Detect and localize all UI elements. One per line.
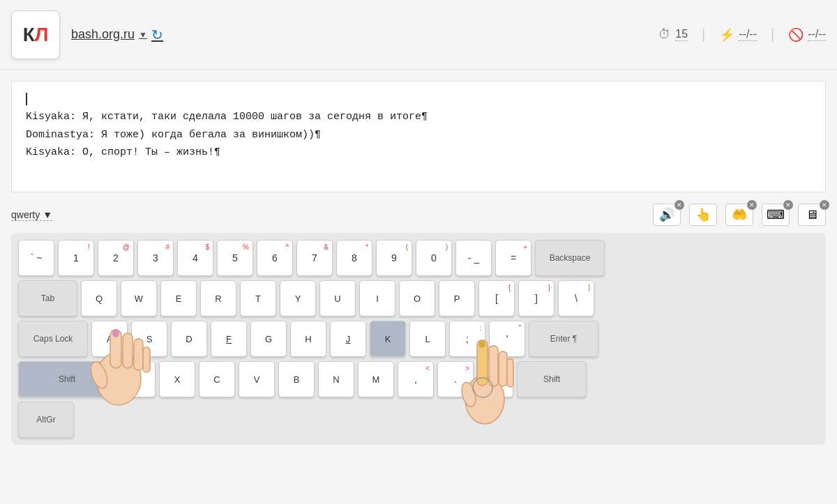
key-x[interactable]: X bbox=[159, 361, 195, 397]
cursor bbox=[26, 93, 811, 105]
key-3[interactable]: #3 bbox=[137, 240, 174, 276]
key-9[interactable]: (9 bbox=[376, 240, 412, 276]
key-c[interactable]: C bbox=[199, 361, 235, 397]
key-j[interactable]: J bbox=[330, 321, 366, 357]
key-d[interactable]: D bbox=[171, 321, 207, 357]
timer-icon: ⏱ bbox=[658, 27, 671, 42]
key-a[interactable]: A bbox=[91, 321, 128, 357]
key-enter[interactable]: Enter ¶ bbox=[529, 321, 598, 357]
keyboard-toolbar: qwerty ▼ 🔊 ✕ 👆 🤲 ✕ ⌨ ✕ 🖥 ✕ bbox=[11, 204, 826, 226]
error-icon: 🚫 bbox=[788, 27, 804, 43]
text-line-3: Kisyaka: О, спорт! Ты – жизнь!¶ bbox=[26, 144, 811, 162]
stat-speed: ⚡ --/-- bbox=[719, 27, 757, 43]
speed-icon: ⚡ bbox=[719, 27, 734, 43]
key-q[interactable]: Q bbox=[81, 280, 117, 316]
key-shift-right[interactable]: Shift bbox=[517, 361, 587, 397]
key-quote[interactable]: "' bbox=[489, 321, 525, 357]
key-rbracket[interactable]: }] bbox=[518, 280, 555, 316]
key-n[interactable]: N bbox=[318, 361, 354, 397]
hands-icon: 🤲 bbox=[732, 207, 747, 222]
key-capslock[interactable]: Caps Lock bbox=[18, 321, 88, 357]
stat-timer: ⏱ 15 bbox=[658, 27, 688, 42]
layout-selector[interactable]: qwerty ▼ bbox=[11, 209, 52, 221]
key-l[interactable]: L bbox=[409, 321, 446, 357]
layout-dropdown-arrow[interactable]: ▼ bbox=[43, 209, 52, 220]
key-2[interactable]: @2 bbox=[98, 240, 134, 276]
key-7[interactable]: &7 bbox=[296, 240, 333, 276]
speed-value: --/-- bbox=[739, 28, 757, 41]
key-row-qwerty: Tab Q W E R T Y U I O P {[ }] |\ bbox=[18, 280, 819, 316]
key-altgr[interactable]: AltGr bbox=[18, 402, 74, 438]
key-backtick[interactable]: ` ~ bbox=[18, 240, 54, 276]
key-8[interactable]: *8 bbox=[336, 240, 372, 276]
key-t[interactable]: T bbox=[240, 280, 276, 316]
speaker-icon: 🔊 bbox=[659, 207, 674, 222]
key-4[interactable]: $4 bbox=[177, 240, 213, 276]
key-period[interactable]: >. bbox=[437, 361, 474, 397]
error-value: --/-- bbox=[808, 28, 826, 41]
screen-icon: 🖥 bbox=[806, 208, 818, 222]
key-i[interactable]: I bbox=[359, 280, 395, 316]
key-row-asdf: Caps Lock A S D F G H J K L :; "' Enter … bbox=[18, 321, 819, 357]
speaker-close[interactable]: ✕ bbox=[674, 200, 684, 210]
keyboard-icon: ⌨ bbox=[767, 207, 785, 222]
stat-errors: 🚫 --/-- bbox=[788, 27, 826, 43]
key-6[interactable]: ^6 bbox=[257, 240, 293, 276]
key-v[interactable]: V bbox=[239, 361, 275, 397]
key-r[interactable]: R bbox=[200, 280, 236, 316]
key-h[interactable]: H bbox=[290, 321, 326, 357]
key-0[interactable]: )0 bbox=[416, 240, 452, 276]
text-line-2: Dominastya: Я тоже) когда бегала за вини… bbox=[26, 126, 811, 144]
key-minus[interactable]: - _ bbox=[455, 240, 492, 276]
key-w[interactable]: W bbox=[121, 280, 157, 316]
speaker-toggle[interactable]: 🔊 ✕ bbox=[653, 204, 681, 226]
keyboard-toggle[interactable]: ⌨ ✕ bbox=[762, 204, 790, 226]
key-g[interactable]: G bbox=[250, 321, 287, 357]
key-u[interactable]: U bbox=[319, 280, 356, 316]
key-shift-left[interactable]: Shift bbox=[18, 361, 116, 397]
key-f[interactable]: F bbox=[211, 321, 247, 357]
screen-close[interactable]: ✕ bbox=[820, 200, 829, 210]
timer-value: 15 bbox=[675, 28, 688, 41]
key-row-numbers: ` ~ !1 @2 #3 $4 %5 ^6 &7 *8 (9 )0 - _ +=… bbox=[18, 240, 819, 276]
key-k[interactable]: K bbox=[370, 321, 406, 357]
key-backspace[interactable]: Backspace bbox=[535, 240, 605, 276]
key-backslash[interactable]: |\ bbox=[558, 280, 594, 316]
key-comma[interactable]: <, bbox=[398, 361, 434, 397]
stat-divider-1: | bbox=[702, 26, 705, 43]
l-letter: Л bbox=[35, 24, 49, 46]
key-lbracket[interactable]: {[ bbox=[478, 280, 515, 316]
key-s[interactable]: S bbox=[131, 321, 167, 357]
key-equals[interactable]: += bbox=[495, 240, 531, 276]
key-e[interactable]: E bbox=[160, 280, 197, 316]
hands-toggle[interactable]: 🤲 ✕ bbox=[725, 204, 753, 226]
keyboard-icon-bar: 🔊 ✕ 👆 🤲 ✕ ⌨ ✕ 🖥 ✕ bbox=[653, 204, 826, 226]
k-letter: К bbox=[23, 24, 35, 46]
refresh-icon[interactable]: ↻ bbox=[151, 26, 163, 43]
key-semicolon[interactable]: :; bbox=[449, 321, 485, 357]
key-o[interactable]: O bbox=[399, 280, 435, 316]
site-name: bash.org.ru bbox=[71, 27, 135, 42]
language-key-icon: К Л bbox=[11, 10, 60, 59]
site-dropdown-arrow[interactable]: ▼ bbox=[139, 30, 147, 40]
key-row-zxcv: Shift Z X C V B N M <, >. ?/ Shift bbox=[18, 361, 819, 397]
hands-close[interactable]: ✕ bbox=[747, 200, 757, 210]
key-y[interactable]: Y bbox=[280, 280, 316, 316]
key-tab[interactable]: Tab bbox=[18, 280, 77, 316]
key-slash[interactable]: ?/ bbox=[477, 361, 513, 397]
stat-divider-2: | bbox=[771, 26, 774, 43]
key-p[interactable]: P bbox=[439, 280, 475, 316]
key-row-bottom: AltGr bbox=[18, 402, 819, 438]
key-z[interactable]: Z bbox=[119, 361, 156, 397]
virtual-keyboard: ` ~ !1 @2 #3 $4 %5 ^6 &7 *8 (9 )0 - _ +=… bbox=[11, 233, 826, 445]
key-b[interactable]: B bbox=[278, 361, 315, 397]
keyboard-section: qwerty ▼ 🔊 ✕ 👆 🤲 ✕ ⌨ ✕ 🖥 ✕ bbox=[0, 204, 837, 445]
keyboard-close[interactable]: ✕ bbox=[783, 200, 793, 210]
screen-toggle[interactable]: 🖥 ✕ bbox=[798, 204, 826, 226]
site-name-area[interactable]: bash.org.ru ▼ ↻ bbox=[71, 26, 163, 43]
key-m[interactable]: M bbox=[358, 361, 394, 397]
cursor-toggle[interactable]: 👆 bbox=[689, 204, 717, 226]
text-content-area: Kisyaka: Я, кстати, таки сделала 10000 ш… bbox=[11, 81, 826, 192]
key-1[interactable]: !1 bbox=[58, 240, 94, 276]
key-5[interactable]: %5 bbox=[217, 240, 253, 276]
